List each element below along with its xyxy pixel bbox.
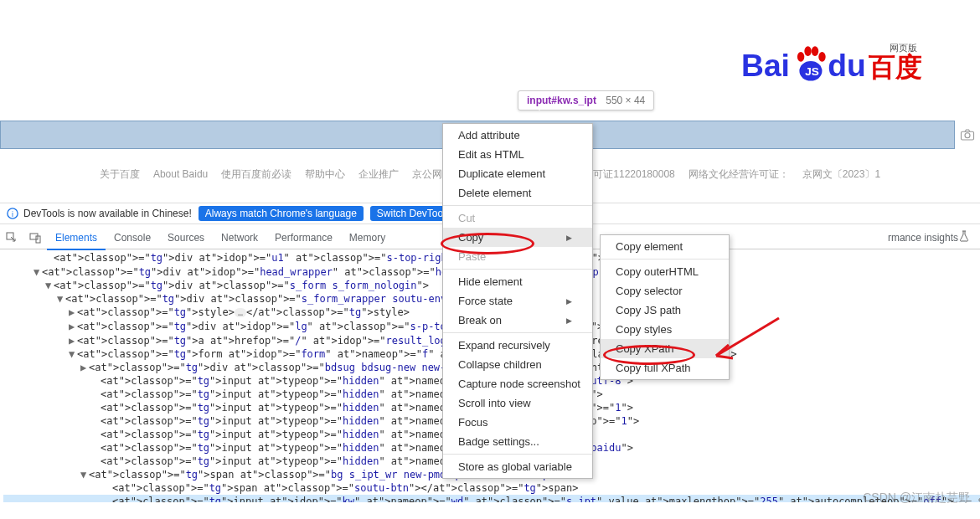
copy-submenu[interactable]: Copy elementCopy outerHTMLCopy selectorC… [600,234,730,380]
tab-network[interactable]: Network [213,227,266,249]
info-icon: i [7,208,18,219]
perf-insights-label: rmance insights [888,232,958,244]
flask-icon[interactable] [958,230,970,244]
footer-link[interactable]: About Baidu [153,168,208,180]
footer-link[interactable]: 京网文〔2023〕1 [802,168,880,180]
context-menu[interactable]: Add attributeEdit as HTMLDuplicate eleme… [442,123,593,479]
footer-link[interactable]: 帮助中心 [305,168,345,180]
svg-text:i: i [12,210,13,218]
dom-line[interactable]: <at">classop">="tg">input at">idop">="kw… [3,495,980,502]
menu-item-copy-js-path[interactable]: Copy JS path [601,301,729,320]
device-icon[interactable] [23,232,47,244]
menu-item-copy-styles[interactable]: Copy styles [601,320,729,339]
menu-item-hide-element[interactable]: Hide element [443,272,592,291]
menu-item-store-as-global-variable[interactable]: Store as global variable [443,457,592,476]
tab-console[interactable]: Console [106,227,159,249]
tab-memory[interactable]: Memory [341,227,394,249]
menu-item-scroll-into-view[interactable]: Scroll into view [443,393,592,413]
menu-item-add-attribute[interactable]: Add attribute [443,126,592,145]
svg-text:du: du [828,48,865,83]
element-tooltip: input#kw.s_ipt 550 × 44 [518,90,654,110]
menu-item-edit-as-html[interactable]: Edit as HTML [443,145,592,164]
svg-text:JS: JS [805,65,819,78]
svg-point-4 [812,46,818,56]
menu-item-duplicate-element[interactable]: Duplicate element [443,164,592,183]
svg-point-5 [818,52,825,62]
menu-item-copy-xpath[interactable]: Copy XPath [601,339,729,358]
watermark: CSDN @江南赴芫野 [863,491,970,506]
dom-line[interactable]: <at">classop">="tg">span at">classop">="… [3,481,980,495]
footer-link[interactable]: 企业推广 [358,168,399,180]
svg-point-2 [797,52,804,62]
footer-link[interactable]: 网络文化经营许可证： [689,168,789,180]
menu-item-copy-full-xpath[interactable]: Copy full XPath [601,358,729,378]
footer-link[interactable]: 关于百度 [100,168,140,180]
menu-item-expand-recursively[interactable]: Expand recursively [443,336,592,355]
menu-item-badge-settings-[interactable]: Badge settings... [443,432,592,451]
menu-item-focus[interactable]: Focus [443,413,592,432]
tooltip-dims: 550 × 44 [606,95,645,106]
svg-point-10 [965,133,970,138]
tab-performance[interactable]: Performance [266,227,341,249]
inspect-icon[interactable] [0,232,23,244]
menu-item-copy-selector[interactable]: Copy selector [601,281,729,301]
camera-icon[interactable] [955,121,980,149]
tab-elements[interactable]: Elements [47,227,106,250]
tab-sources[interactable]: Sources [159,227,213,249]
menu-item-capture-node-screenshot[interactable]: Capture node screenshot [443,374,592,393]
tooltip-selector: input#kw.s_ipt [527,95,596,106]
menu-item-paste: Paste [443,247,592,266]
svg-text:Bai: Bai [741,48,790,83]
menu-item-break-on[interactable]: Break on [443,311,592,330]
svg-point-3 [804,46,811,56]
info-msg: DevTools is now available in Chinese! [23,208,192,219]
menu-item-collapse-children[interactable]: Collapse children [443,355,592,374]
menu-item-copy-element[interactable]: Copy element [601,237,729,256]
baidu-logo: Bai JS du 百度 [741,40,926,90]
menu-item-copy-outerhtml[interactable]: Copy outerHTML [601,262,729,281]
match-language-button[interactable]: Always match Chrome's language [199,206,364,221]
footer-link[interactable]: 使用百度前必读 [221,168,291,180]
menu-item-cut: Cut [443,208,592,228]
menu-item-delete-element[interactable]: Delete element [443,183,592,203]
menu-item-copy[interactable]: Copy [443,228,592,247]
menu-item-force-state[interactable]: Force state [443,291,592,311]
svg-text:百度: 百度 [868,52,922,82]
